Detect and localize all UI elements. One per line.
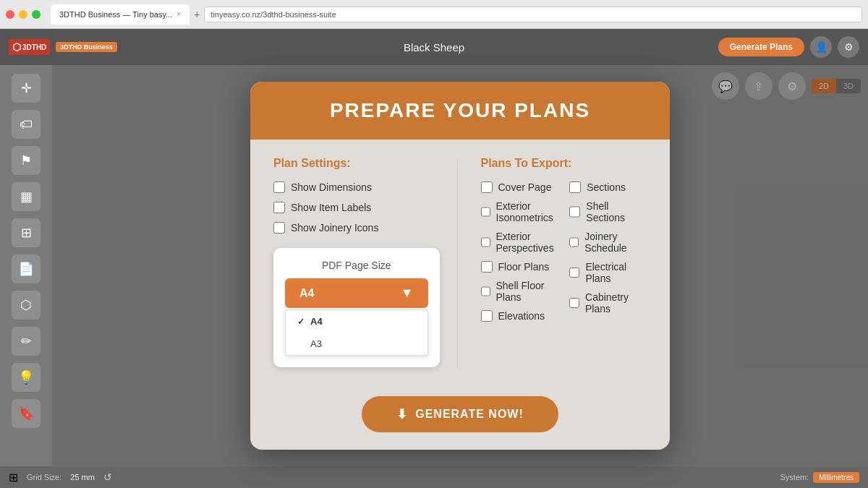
sections-checkbox[interactable] <box>569 181 581 193</box>
sidebar-item-bookmark2[interactable]: 🔖 <box>12 399 41 428</box>
show-joinery-icons-row: Show Joinery Icons <box>273 222 440 234</box>
joinery-schedule-row: Joinery Schedule <box>569 231 647 254</box>
main-area: ✛ 🏷 ⚑ ▦ ⊞ 📄 ⬡ ✏ 💡 🔖 💬 ⇧ ⚙ 2D 3D PREPARE … <box>0 65 868 466</box>
pdf-option-a4-label: A4 <box>310 316 323 327</box>
shell-floor-plans-label: Shell Floor Plans <box>496 280 558 303</box>
cover-page-label: Cover Page <box>498 181 552 193</box>
browser-chrome: 3DTHD Business — Tiny basy... × + tinyea… <box>0 0 868 29</box>
logo: ⬡ 3DTHD <box>9 39 50 55</box>
pdf-option-a3[interactable]: ✓ A3 <box>286 333 427 355</box>
settings-btn[interactable]: ⚙ <box>838 36 859 58</box>
sidebar-item-grid[interactable]: ⊞ <box>12 218 41 247</box>
system-value-badge: Millimetres <box>813 472 859 483</box>
logo-area: ⬡ 3DTHD 3DTHD Business <box>9 39 117 55</box>
joinery-schedule-label: Joinery Schedule <box>584 231 647 254</box>
joinery-schedule-checkbox[interactable] <box>569 236 579 248</box>
sidebar-item-bookmark[interactable]: 🏷 <box>12 110 41 139</box>
plan-settings-title: Plan Settings: <box>273 157 440 170</box>
show-item-labels-row: Show Item Labels <box>273 202 440 213</box>
show-item-labels-checkbox[interactable] <box>273 202 285 213</box>
cabinetry-plans-checkbox[interactable] <box>569 297 579 309</box>
electrical-plans-row: Electrical Plans <box>569 261 647 284</box>
minimize-window-btn[interactable] <box>19 10 27 19</box>
cabinetry-plans-row: Cabinetry Plans <box>569 291 647 314</box>
tab-title: 3DTHD Business — Tiny basy... <box>59 10 172 19</box>
project-name: Black Sheep <box>404 41 464 53</box>
header-right: Generate Plans 👤 ⚙ <box>718 36 859 58</box>
elevations-checkbox[interactable] <box>481 310 493 322</box>
sidebar-item-lamp[interactable]: 💡 <box>12 363 41 392</box>
canvas-area[interactable]: 💬 ⇧ ⚙ 2D 3D PREPARE YOUR PLANS Plan Sett… <box>52 65 868 466</box>
modal-overlay: PREPARE YOUR PLANS Plan Settings: Show D… <box>52 65 868 466</box>
elevations-label: Elevations <box>498 310 545 322</box>
app-header: ⬡ 3DTHD 3DTHD Business Black Sheep Gener… <box>0 29 868 65</box>
floor-plans-row: Floor Plans <box>481 261 558 273</box>
plans-to-export-panel: Plans To Export: Cover Page Exte <box>475 157 647 367</box>
plans-col-left: Cover Page Exterior Isonometrics Exterio… <box>481 181 558 329</box>
shell-sections-checkbox[interactable] <box>569 206 580 218</box>
electrical-plans-checkbox[interactable] <box>569 267 579 278</box>
tab-close-btn[interactable]: × <box>176 10 181 18</box>
shell-sections-label: Shell Sections <box>586 200 647 223</box>
business-badge: 3DTHD Business <box>56 42 117 52</box>
plans-col-right: Sections Shell Sections Joinery Schedule <box>569 181 647 329</box>
floor-plans-checkbox[interactable] <box>481 261 493 273</box>
modal-footer: ⬇ GENERATE NOW! <box>250 385 670 450</box>
show-joinery-icons-label: Show Joinery Icons <box>291 222 378 234</box>
grid-size-value: 25 mm <box>70 473 95 481</box>
shell-sections-row: Shell Sections <box>569 200 647 223</box>
sections-label: Sections <box>587 181 626 193</box>
cabinetry-plans-label: Cabinetry Plans <box>585 291 647 314</box>
generate-now-button[interactable]: ⬇ GENERATE NOW! <box>362 396 558 432</box>
pdf-option-a4[interactable]: ✓ A4 <box>286 310 427 333</box>
sidebar-item-layers[interactable]: ▦ <box>12 182 41 211</box>
grid-icon: ⊞ <box>9 471 18 484</box>
show-dimensions-label: Show Dimensions <box>291 181 372 193</box>
exterior-perspectives-row: Exterior Perspectives <box>481 231 558 254</box>
cover-page-checkbox[interactable] <box>481 181 493 193</box>
generate-btn-label: GENERATE NOW! <box>415 408 524 421</box>
pdf-dropdown-menu: ✓ A4 ✓ A3 <box>285 309 428 356</box>
exterior-isonometrics-checkbox[interactable] <box>481 206 490 218</box>
sidebar-item-pencil[interactable]: ✏ <box>12 327 41 356</box>
sidebar-item-shape[interactable]: ⬡ <box>12 291 41 320</box>
show-dimensions-row: Show Dimensions <box>273 181 440 193</box>
pdf-dropdown-button[interactable]: A4 ▼ <box>285 278 428 308</box>
sidebar-item-flag[interactable]: ⚑ <box>12 146 41 175</box>
maximize-window-btn[interactable] <box>32 10 41 19</box>
show-joinery-icons-checkbox[interactable] <box>273 222 285 234</box>
cover-page-row: Cover Page <box>481 181 558 193</box>
address-bar[interactable]: tinyeasy.co.nz/3dthd-business-suite <box>204 7 862 22</box>
exterior-perspectives-label: Exterior Perspectives <box>496 231 558 254</box>
modal-header: PREPARE YOUR PLANS <box>250 82 670 140</box>
show-dimensions-checkbox[interactable] <box>273 181 285 193</box>
new-tab-btn[interactable]: + <box>194 9 200 20</box>
sections-row: Sections <box>569 181 647 193</box>
exterior-perspectives-checkbox[interactable] <box>481 236 490 248</box>
shell-floor-plans-checkbox[interactable] <box>481 286 490 297</box>
floor-plans-label: Floor Plans <box>498 261 550 273</box>
sidebar: ✛ 🏷 ⚑ ▦ ⊞ 📄 ⬡ ✏ 💡 🔖 <box>0 65 52 466</box>
exterior-isonometrics-row: Exterior Isonometrics <box>481 200 558 223</box>
sidebar-item-file[interactable]: 📄 <box>12 254 41 283</box>
browser-tab[interactable]: 3DTHD Business — Tiny basy... × <box>51 4 190 25</box>
close-window-btn[interactable] <box>6 10 14 19</box>
pdf-page-size-section: PDF Page Size A4 ▼ ✓ A4 <box>273 248 440 367</box>
prepare-plans-modal: PREPARE YOUR PLANS Plan Settings: Show D… <box>250 82 670 450</box>
window-controls[interactable] <box>6 10 41 19</box>
reset-btn[interactable]: ↺ <box>103 471 112 483</box>
dropdown-arrow-icon: ▼ <box>401 286 414 301</box>
modal-title: PREPARE YOUR PLANS <box>273 99 647 122</box>
generate-plans-button[interactable]: Generate Plans <box>718 38 804 56</box>
bottom-bar: ⊞ Grid Size: 25 mm ↺ System: Millimetres <box>0 466 868 488</box>
profile-btn[interactable]: 👤 <box>810 36 832 58</box>
sidebar-item-cursor[interactable]: ✛ <box>12 74 41 103</box>
pdf-page-size-label: PDF Page Size <box>285 260 428 271</box>
logo-text: 3DTHD <box>22 43 46 51</box>
system-area: System: Millimetres <box>780 472 859 483</box>
elevations-row: Elevations <box>481 310 558 322</box>
pdf-selected-value: A4 <box>299 287 314 300</box>
plan-settings-panel: Plan Settings: Show Dimensions Show Item… <box>273 157 458 367</box>
checkmark-icon: ✓ <box>297 317 305 327</box>
download-icon: ⬇ <box>396 406 408 422</box>
